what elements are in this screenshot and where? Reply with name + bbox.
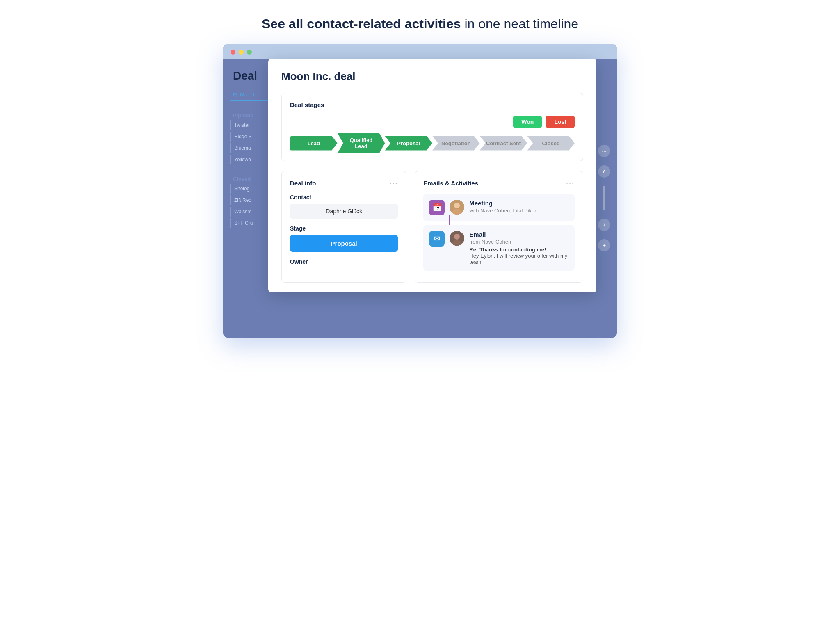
stage-label: Stage (290, 225, 398, 232)
avatar-female (450, 200, 464, 215)
scrollbar[interactable] (603, 186, 605, 210)
svg-point-1 (454, 203, 460, 208)
meeting-title: Meeting (469, 200, 569, 207)
deal-stages-header: Deal stages ··· (290, 100, 575, 109)
stage-closed[interactable]: Closed (527, 136, 575, 151)
emails-activities-label: Emails & Activities (423, 180, 478, 187)
headline-bold: See all contact-related activities (262, 16, 461, 31)
deal-stages-label: Deal stages (290, 101, 324, 108)
dot-red (231, 50, 235, 55)
won-button[interactable]: Won (513, 116, 542, 128)
emails-activities-header: Emails & Activities ··· (423, 179, 575, 187)
activity-email: ✉ Email from Nave Cohen (423, 225, 575, 271)
add-button[interactable]: + (598, 219, 610, 231)
meeting-icon: 📅 (429, 200, 445, 215)
add-button-2[interactable]: + (598, 239, 610, 251)
deal-info-label: Deal info (290, 180, 316, 187)
more-options-button[interactable]: ··· (598, 145, 610, 157)
won-lost-row: Won Lost (290, 116, 575, 128)
stage-button[interactable]: Proposal (290, 235, 398, 252)
browser-window: Deal ⊞ Main t Pipeline Twister Ridge S B… (223, 44, 617, 338)
emails-activities-menu[interactable]: ··· (566, 179, 575, 187)
avatar-male (450, 231, 464, 246)
meeting-sub: with Nave Cohen, Lital Piker (469, 208, 569, 214)
email-body-text: Hey Eylon, I will review your offer with… (469, 253, 567, 265)
stage-contract-sent[interactable]: Contract Sent (480, 136, 527, 151)
dot-yellow (239, 50, 244, 55)
collapse-button[interactable]: ∧ (598, 165, 610, 178)
contact-label: Contact (290, 194, 398, 201)
grid-icon: ⊞ (233, 91, 237, 98)
two-column-layout: Deal info ··· Contact Daphne Glück Stage… (281, 171, 583, 283)
activity-meeting: 📅 Meeting with Nave Cohen, Lital Piker (423, 194, 575, 221)
right-controls: ··· ∧ + + (598, 145, 610, 251)
stage-qualified-lead[interactable]: Qualified Lead (338, 133, 385, 153)
email-content: Email from Nave Cohen Re: Thanks for con… (469, 231, 569, 265)
contact-value: Daphne Glück (290, 204, 398, 219)
browser-body: Deal ⊞ Main t Pipeline Twister Ridge S B… (223, 59, 617, 338)
svg-point-4 (454, 234, 460, 240)
browser-chrome (223, 44, 617, 59)
deal-info-menu[interactable]: ··· (389, 179, 398, 187)
page-headline: See all contact-related activities in on… (262, 16, 578, 32)
lost-button[interactable]: Lost (546, 116, 575, 128)
email-icon: ✉ (429, 231, 445, 247)
headline-normal: in one neat timeline (464, 16, 578, 31)
deal-info-panel: Deal info ··· Contact Daphne Glück Stage… (281, 171, 406, 283)
stages-track: Lead Qualified Lead Proposal Negotiation… (290, 133, 575, 153)
emails-activities-panel: Emails & Activities ··· 📅 (415, 171, 583, 283)
modal-title: Moon Inc. deal (281, 70, 583, 83)
stage-proposal[interactable]: Proposal (385, 136, 432, 151)
meeting-content: Meeting with Nave Cohen, Lital Piker (469, 200, 569, 214)
email-body: Re: Thanks for contacting me! Hey Eylon,… (469, 247, 569, 265)
deal-stages-menu[interactable]: ··· (566, 100, 575, 109)
dot-green (247, 50, 252, 55)
stage-negotiation[interactable]: Negotiation (432, 136, 480, 151)
timeline-line-meeting (449, 215, 450, 225)
email-sub: from Nave Cohen (469, 239, 569, 245)
owner-label: Owner (290, 258, 398, 265)
modal: Moon Inc. deal Deal stages ··· Won Lost … (268, 59, 596, 292)
stage-lead[interactable]: Lead (290, 136, 338, 151)
deal-stages-section: Deal stages ··· Won Lost Lead Qualified … (281, 93, 583, 161)
email-body-strong: Re: Thanks for contacting me! (469, 247, 546, 253)
deal-info-header: Deal info ··· (290, 179, 398, 187)
email-title: Email (469, 231, 569, 238)
